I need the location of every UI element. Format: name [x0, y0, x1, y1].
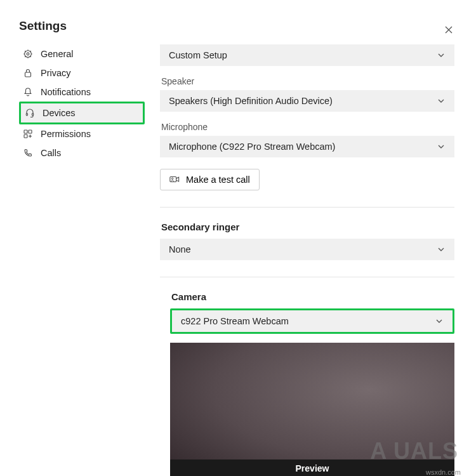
dropdown-value: c922 Pro Stream Webcam — [181, 316, 289, 326]
secondary-ringer-header: Secondary ringer — [161, 221, 454, 232]
lock-icon — [23, 68, 33, 78]
sidebar-item-devices[interactable]: Devices — [21, 103, 143, 122]
settings-main: Custom Setup Speaker Speakers (High Defi… — [145, 44, 457, 476]
test-call-button[interactable]: Make a test call — [160, 169, 260, 190]
speaker-dropdown[interactable]: Speakers (High Definition Audio Device) — [160, 90, 454, 112]
svg-point-0 — [25, 51, 32, 58]
divider — [160, 207, 454, 208]
chevron-down-icon — [437, 245, 446, 254]
svg-point-17 — [171, 178, 173, 179]
headset-icon — [25, 108, 35, 118]
camera-preview: Preview — [170, 343, 454, 476]
close-button[interactable] — [442, 23, 456, 37]
svg-rect-12 — [32, 114, 34, 116]
settings-sidebar: General Privacy Notifications — [19, 44, 145, 476]
microphone-label: Microphone — [161, 122, 454, 132]
speaker-label: Speaker — [161, 76, 454, 86]
settings-dialog: Settings General Privacy Noti — [11, 11, 465, 465]
sidebar-item-label: Notifications — [41, 87, 91, 97]
svg-rect-15 — [24, 135, 27, 138]
preview-label: Preview — [170, 459, 454, 476]
source-text: wsxdn.com — [426, 468, 461, 476]
svg-rect-10 — [25, 72, 31, 77]
svg-line-8 — [30, 51, 31, 51]
svg-rect-13 — [24, 130, 27, 133]
svg-line-6 — [25, 51, 25, 51]
svg-rect-14 — [29, 130, 32, 133]
sidebar-item-permissions[interactable]: Permissions — [19, 124, 145, 143]
dropdown-value: None — [169, 244, 191, 255]
svg-point-1 — [27, 53, 29, 55]
dropdown-value: Custom Setup — [169, 50, 227, 60]
chevron-down-icon — [437, 96, 446, 105]
sidebar-item-label: Privacy — [41, 68, 71, 78]
svg-line-9 — [25, 56, 25, 57]
gear-icon — [23, 49, 33, 59]
sidebar-item-general[interactable]: General — [19, 44, 145, 63]
sidebar-item-privacy[interactable]: Privacy — [19, 63, 145, 83]
close-icon — [445, 26, 453, 34]
audio-setup-dropdown[interactable]: Custom Setup — [160, 44, 454, 66]
chevron-down-icon — [435, 317, 444, 326]
apps-icon — [23, 129, 33, 139]
camera-dropdown[interactable]: c922 Pro Stream Webcam — [172, 310, 453, 332]
camera-header: Camera — [171, 291, 454, 302]
sidebar-item-notifications[interactable]: Notifications — [19, 83, 145, 102]
sidebar-item-label: Calls — [41, 148, 61, 158]
sidebar-item-label: Permissions — [41, 129, 91, 139]
microphone-dropdown[interactable]: Microphone (C922 Pro Stream Webcam) — [160, 136, 454, 157]
test-call-icon — [169, 175, 180, 185]
svg-line-7 — [30, 56, 31, 57]
highlight-devices: Devices — [19, 102, 145, 124]
phone-icon — [23, 148, 33, 158]
sidebar-item-label: General — [41, 49, 74, 59]
bell-icon — [23, 87, 33, 97]
svg-rect-11 — [26, 114, 27, 116]
dropdown-value: Microphone (C922 Pro Stream Webcam) — [169, 142, 335, 152]
chevron-down-icon — [437, 142, 446, 151]
highlight-camera: c922 Pro Stream Webcam — [170, 308, 454, 334]
dropdown-value: Speakers (High Definition Audio Device) — [169, 96, 333, 106]
chevron-down-icon — [437, 51, 446, 60]
dialog-title: Settings — [11, 11, 465, 44]
button-label: Make a test call — [186, 175, 250, 185]
secondary-ringer-dropdown[interactable]: None — [160, 239, 454, 260]
sidebar-item-calls[interactable]: Calls — [19, 143, 145, 162]
divider — [160, 277, 454, 277]
sidebar-item-label: Devices — [43, 108, 76, 118]
